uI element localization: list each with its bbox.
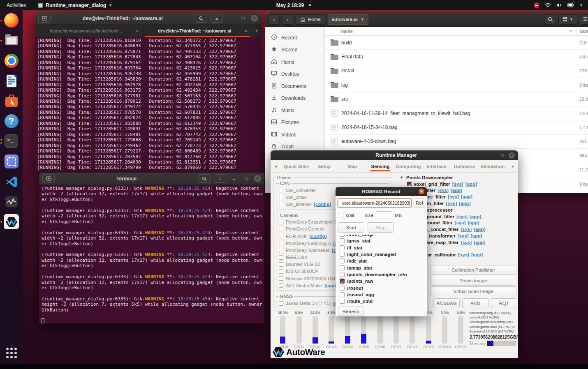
search-icon[interactable] (545, 14, 556, 25)
topic-checkbox[interactable] (340, 245, 345, 250)
show-applications-button[interactable] (0, 342, 23, 364)
topic-row[interactable]: /rosout_agg (340, 291, 427, 298)
forward-button[interactable]: › (282, 14, 293, 25)
driver-checkbox[interactable] (279, 283, 283, 288)
sidebar-item-desktop[interactable]: Desktop (265, 68, 324, 81)
file-row[interactable]: 010000111012024-04-16-11-39-14_fleet_man… (325, 106, 588, 120)
tab-quick-start[interactable]: Quick Start (282, 160, 310, 172)
rosbag-dialog-titlebar[interactable]: ROSBAG Record ✕ (336, 187, 427, 196)
config-link[interactable]: [config] (309, 234, 326, 239)
ref-button[interactable]: Ref (414, 198, 425, 208)
config-link[interactable]: [config] (314, 202, 331, 207)
sys-link[interactable]: [sys] (446, 201, 457, 206)
topic-row[interactable]: /lf_stat (340, 244, 427, 251)
sidebar-item-downloads[interactable]: Downloads (265, 92, 324, 105)
sidebar-item-home[interactable]: Home (265, 56, 324, 68)
tab-map[interactable]: Map (338, 160, 366, 172)
breadcrumb-current-folder[interactable]: autoware.ai ▼ (328, 14, 368, 25)
app-link[interactable]: [app] (465, 182, 477, 187)
file-row[interactable]: 01000011101autoware-4-16-down.bag451. (325, 135, 588, 149)
collapse-arrow-icon[interactable]: ▼ (400, 175, 404, 180)
topic-checkbox[interactable] (340, 279, 345, 284)
topic-row[interactable]: /ndt_stat (340, 258, 427, 264)
clock-menu[interactable]: May 2 18:29 (276, 2, 311, 8)
tab-interface[interactable]: Interface (422, 160, 450, 172)
rqt-button[interactable]: RQT (491, 298, 517, 308)
file-row[interactable]: src10 it (325, 92, 588, 106)
driver-checkbox[interactable] (279, 248, 283, 252)
app-link[interactable]: [app] (468, 220, 479, 225)
tab-database[interactable]: Database (451, 160, 479, 172)
close-tab-icon[interactable]: ✕ (136, 29, 139, 33)
close-button[interactable]: ✕ (419, 189, 424, 194)
topic-checkbox[interactable] (340, 238, 345, 243)
app-link[interactable]: [app] (459, 201, 470, 206)
sidebar-item-recent[interactable]: Recent (265, 32, 324, 44)
topic-checkbox[interactable] (340, 286, 345, 291)
sys-link[interactable]: [sys] (452, 182, 463, 187)
driver-checkbox[interactable] (279, 220, 283, 224)
tabs-scroll-left-icon[interactable]: ◂ (275, 164, 282, 168)
maximize-button[interactable]: □ (242, 174, 251, 183)
activities-button[interactable]: Activities (4, 2, 28, 9)
app-link[interactable]: [app] (470, 233, 482, 238)
topic-row[interactable]: /from_rtmgr (340, 235, 427, 238)
split-checkbox[interactable] (339, 213, 343, 217)
topic-row[interactable]: /gnss_stat (340, 238, 427, 244)
driver-checkbox[interactable] (279, 301, 283, 306)
dock-item-system-monitor[interactable] (0, 191, 23, 212)
back-button[interactable]: ‹ (269, 14, 280, 25)
refresh-button[interactable]: Refresh (338, 307, 363, 316)
terminal2-titlebar[interactable]: Terminal ≡ – □ ✕ (39, 173, 264, 185)
new-tab-button[interactable] (38, 14, 51, 23)
node-checkbox[interactable] (407, 182, 412, 186)
tab-setup[interactable]: Setup (310, 160, 338, 172)
driver-checkbox[interactable] (279, 234, 283, 238)
tab-list-dropdown-icon[interactable]: ▼ (252, 25, 261, 37)
driver-checkbox[interactable] (279, 255, 283, 260)
runtime-manager-titlebar[interactable]: Runtime Manager – □ ✕ (271, 150, 518, 160)
topic-row[interactable]: /route_cmd (340, 298, 427, 304)
system-status-area[interactable]: ▼ (311, 2, 588, 8)
terminal-tab[interactable]: /home/dev/autoware.ai/install/runti...✕ (35, 25, 144, 37)
file-row[interactable]: log9 ite (325, 78, 588, 92)
dock-item-help[interactable]: ? (0, 111, 23, 131)
app-link[interactable]: [app] (470, 214, 481, 219)
close-button[interactable]: ✕ (254, 175, 261, 182)
driver-checkbox[interactable] (279, 195, 283, 199)
topic-row[interactable]: /points_downsampler_info (340, 271, 427, 278)
menu-icon[interactable]: ≡ (214, 174, 226, 183)
sys-link[interactable]: [sys] (455, 220, 466, 225)
tree-group-points-downsampler[interactable]: ▼Points Downsampler (400, 174, 517, 181)
breadcrumb-home[interactable]: Home (296, 14, 325, 25)
minimize-button[interactable]: – (226, 14, 235, 23)
dock-item-autoware[interactable] (0, 212, 23, 232)
dock-item-vscode[interactable] (0, 171, 23, 191)
topic-row[interactable]: /points_raw (340, 278, 427, 284)
close-tab-icon[interactable]: ✕ (244, 29, 248, 33)
minimize-button[interactable]: – (494, 153, 496, 158)
topic-checkbox[interactable] (340, 299, 345, 304)
file-row[interactable]: build116 i (325, 36, 588, 50)
calibration-publisher-button[interactable]: Calibration Publisher (430, 265, 516, 275)
rviz-button[interactable]: RViz (462, 298, 488, 308)
topic-checkbox[interactable] (340, 272, 345, 277)
sidebar-item-videos[interactable]: Videos (265, 129, 324, 141)
sys-link[interactable]: [sys] (461, 227, 472, 232)
tab-sensing[interactable]: Sensing (366, 160, 394, 172)
topic-checkbox[interactable] (340, 258, 345, 263)
topic-row[interactable]: /rosout (340, 284, 427, 291)
dock-item-screenshot[interactable] (0, 151, 23, 171)
view-toggle-button[interactable]: ▼ (558, 14, 577, 25)
sidebar-item-documents[interactable]: Documents (265, 80, 324, 92)
column-header-size[interactable]: Size (576, 27, 588, 35)
maximize-button[interactable]: □ (238, 14, 248, 23)
new-tab-button[interactable] (42, 174, 55, 183)
rosbag-button[interactable]: ROSBAG (433, 298, 460, 308)
minimize-button[interactable]: – (229, 174, 238, 183)
app-link[interactable]: [app] (474, 240, 485, 245)
sys-link[interactable]: [sys] (461, 240, 472, 245)
size-input[interactable] (376, 211, 392, 219)
file-row[interactable]: Final data4 ite (325, 50, 588, 64)
stop-button[interactable]: Stop (368, 222, 394, 233)
